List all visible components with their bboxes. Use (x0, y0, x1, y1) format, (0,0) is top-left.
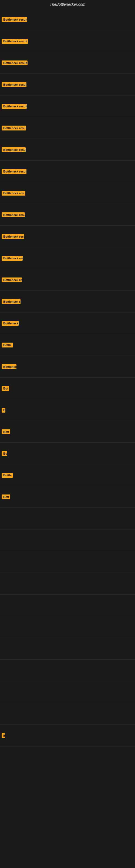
bottleneck-badge: Bottleneck (2, 321, 18, 326)
list-item (0, 551, 135, 573)
bottleneck-badge: Bottleneck result (2, 104, 27, 109)
list-item (0, 681, 135, 703)
bottleneck-badge: Bottleneck result (2, 39, 28, 44)
list-item: Bottleneck res (0, 291, 135, 312)
list-item: Bottleneck result (0, 95, 135, 117)
list-item (0, 660, 135, 681)
site-title: TheBottlenecker.com (0, 0, 135, 9)
bottleneck-badge: Bot (2, 386, 9, 391)
bottleneck-badge: Bott (2, 495, 10, 499)
list-item: Bottleneck result (0, 204, 135, 226)
bottleneck-badge: Bottleneck result (2, 191, 26, 195)
list-item: Bottlenec (0, 356, 135, 378)
list-item: Bottleneck result (0, 226, 135, 247)
bottleneck-badge: Bottleneck result (2, 169, 27, 174)
bottleneck-badge: Bottlenec (2, 364, 16, 369)
bottleneck-badge: Bottle (2, 473, 13, 478)
list-item: Bottleneck result (0, 74, 135, 95)
bottleneck-badge: Bottleneck result (2, 234, 24, 239)
list-item: Bottleneck result (0, 161, 135, 182)
list-item (0, 703, 135, 725)
list-item: Bottleneck result (0, 139, 135, 161)
bottleneck-badge: Bottleneck res (2, 256, 23, 261)
bottleneck-badge: Bottleneck result (2, 126, 26, 130)
bottleneck-badge: B (2, 408, 5, 412)
bottleneck-badge: Bottleneck res (2, 299, 20, 304)
list-item: Bot (0, 378, 135, 399)
list-item: Bottleneck result (0, 30, 135, 52)
bottleneck-badge: Bottleneck result (2, 147, 26, 152)
bottleneck-badge: Bottleneck result (2, 17, 27, 22)
list-item: Bottleneck res (0, 247, 135, 269)
list-item: Bottleneck result (0, 182, 135, 204)
list-item: B (0, 725, 135, 746)
list-item: Bottleneck res (0, 269, 135, 291)
list-item: Bottleneck result (0, 9, 135, 30)
list-item: B (0, 399, 135, 421)
list-item: Bott (0, 421, 135, 443)
list-item: Bottleneck result (0, 117, 135, 139)
bottleneck-badge: Bo (2, 451, 7, 456)
bottleneck-badge: Bott (2, 429, 10, 434)
bottleneck-badge: Bottleneck result (2, 61, 28, 65)
bottleneck-badge: B (2, 733, 5, 738)
list-item: Bottleneck (0, 312, 135, 334)
list-item (0, 595, 135, 616)
bottleneck-badge: Bottle (2, 343, 13, 347)
list-item (0, 573, 135, 595)
bottleneck-badge: Bottleneck res (2, 278, 22, 282)
list-item: Bott (0, 486, 135, 508)
list-item: Bottle (0, 334, 135, 356)
bottleneck-badge: Bottleneck result (2, 82, 27, 87)
list-item (0, 638, 135, 660)
list-item (0, 529, 135, 551)
list-item (0, 508, 135, 529)
list-item: Bo (0, 443, 135, 464)
list-item: Bottleneck result (0, 52, 135, 74)
list-item: Bottle (0, 464, 135, 486)
bottleneck-badge: Bottleneck result (2, 212, 25, 217)
list-item (0, 616, 135, 638)
